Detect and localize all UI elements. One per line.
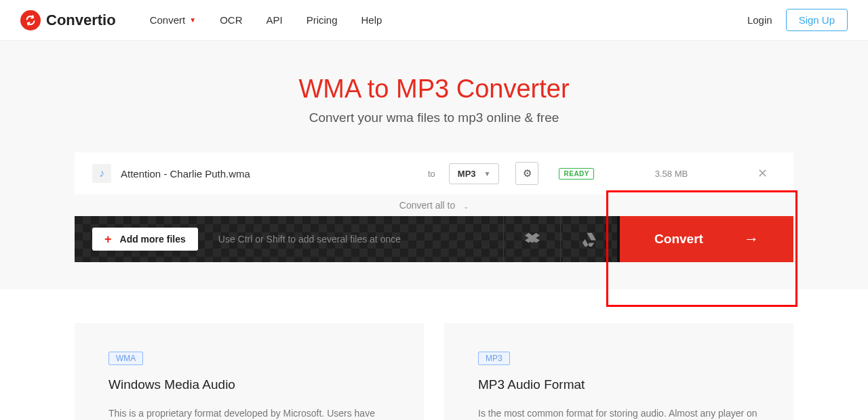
settings-button[interactable]: ⚙: [515, 162, 538, 185]
nav-help[interactable]: Help: [361, 14, 382, 26]
nav: Convert ▼ OCR API Pricing Help: [150, 14, 382, 26]
music-note-icon: ♪: [92, 164, 111, 183]
cloud-buttons: [503, 216, 617, 262]
file-size: 3.58 MB: [604, 169, 739, 179]
format-badge-mp3: MP3: [478, 352, 510, 365]
card-wma: WMA Windows Media Audio This is a propri…: [75, 323, 424, 420]
chevron-down-icon: ▼: [484, 170, 491, 177]
card-desc-wma: This is a proprietary format developed b…: [108, 406, 390, 420]
file-row: ♪ Attention - Charlie Puth.wma to MP3 ▼ …: [75, 152, 793, 194]
convert-label: Convert: [654, 232, 703, 247]
chevron-down-icon: ⌄: [463, 203, 469, 210]
status-badge: READY: [559, 168, 594, 180]
signup-button[interactable]: Sign Up: [786, 9, 848, 31]
to-label: to: [428, 169, 435, 179]
convert-button[interactable]: Convert →: [617, 216, 793, 262]
chevron-down-icon: ▼: [189, 16, 196, 24]
close-icon: ✕: [757, 167, 768, 180]
arrow-right-icon: →: [744, 230, 759, 248]
login-link[interactable]: Login: [747, 14, 772, 26]
add-more-files-button[interactable]: + Add more files: [92, 228, 198, 251]
plus-icon: +: [104, 232, 112, 247]
card-mp3: MP3 MP3 Audio Format Is the most common …: [444, 323, 793, 420]
card-title-mp3: MP3 Audio Format: [478, 377, 760, 392]
nav-pricing[interactable]: Pricing: [307, 14, 338, 26]
info-cards: WMA Windows Media Audio This is a propri…: [75, 323, 793, 420]
nav-ocr[interactable]: OCR: [220, 14, 242, 26]
page-subtitle: Convert your wma files to mp3 online & f…: [0, 110, 868, 125]
header-left: Convertio Convert ▼ OCR API Pricing Help: [20, 10, 382, 30]
google-drive-icon: [582, 232, 597, 247]
remove-file-button[interactable]: ✕: [749, 166, 776, 181]
header: Convertio Convert ▼ OCR API Pricing Help…: [0, 0, 868, 41]
nav-convert[interactable]: Convert ▼: [150, 14, 196, 26]
file-panel: ♪ Attention - Charlie Puth.wma to MP3 ▼ …: [75, 152, 793, 194]
logo-icon: [20, 10, 41, 30]
card-desc-mp3: Is the most common format for storing au…: [478, 406, 760, 420]
google-drive-button[interactable]: [560, 216, 617, 262]
logo[interactable]: Convertio: [20, 10, 116, 30]
page-title: WMA to MP3 Converter: [0, 75, 868, 104]
file-name: Attention - Charlie Puth.wma: [121, 168, 250, 180]
hero: WMA to MP3 Converter Convert your wma fi…: [0, 41, 868, 289]
convert-all-label: Convert all to: [399, 200, 455, 211]
dropbox-icon: [525, 232, 540, 247]
nav-convert-label: Convert: [150, 14, 186, 26]
format-select-value: MP3: [458, 169, 476, 179]
nav-api[interactable]: API: [266, 14, 282, 26]
gear-icon: ⚙: [523, 167, 532, 180]
action-bar: + Add more files Use Ctrl or Shift to ad…: [75, 216, 793, 262]
format-select[interactable]: MP3 ▼: [449, 163, 500, 184]
hint-text: Use Ctrl or Shift to add several files a…: [218, 234, 401, 245]
add-more-label: Add more files: [120, 234, 186, 245]
dropbox-button[interactable]: [503, 216, 560, 262]
header-right: Login Sign Up: [747, 9, 848, 31]
card-title-wma: Windows Media Audio: [108, 377, 390, 392]
format-badge-wma: WMA: [108, 352, 143, 365]
brand-name: Convertio: [46, 12, 116, 29]
convert-all-to[interactable]: Convert all to ⌄: [75, 194, 793, 216]
